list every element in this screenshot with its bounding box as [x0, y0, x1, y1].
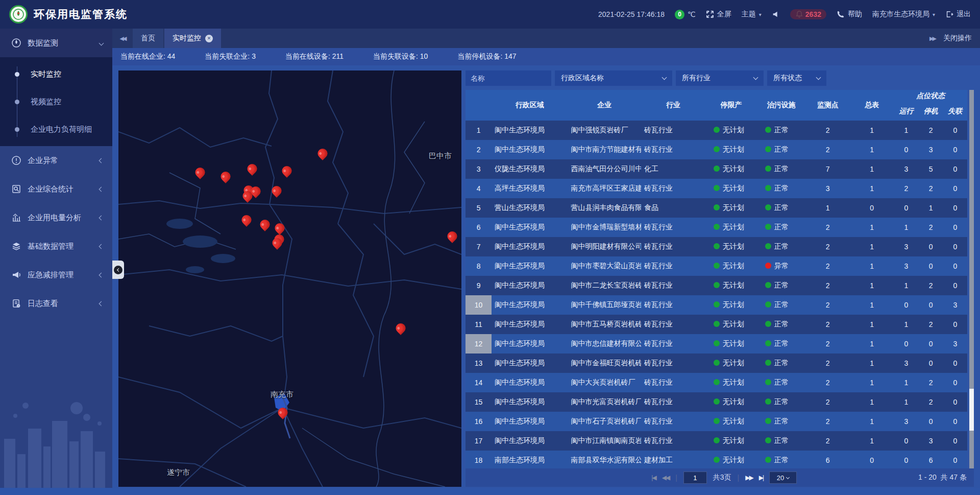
table-row[interactable]: 7阆中生态环境局阆中明阳建材有限公司砖瓦行业无计划正常21300 [465, 237, 967, 256]
cell-lost: 0 [943, 373, 967, 392]
next-page-icon[interactable]: ▶▶ [745, 474, 752, 481]
close-operations-dropdown[interactable]: 关闭操作 [943, 34, 972, 43]
app-title: 环保用电监管系统 [34, 7, 128, 21]
map-panel[interactable]: 巴中市南充市遂宁市 [118, 70, 461, 487]
status-dot [765, 204, 771, 210]
cell-index: 10 [465, 295, 492, 315]
tab-close-icon[interactable]: ✕ [205, 35, 213, 42]
tab-首页[interactable]: 首页 [133, 29, 163, 48]
tab-实时监控[interactable]: 实时监控✕ [164, 29, 221, 48]
cell-region: 阆中生态环境局 [492, 121, 568, 140]
cell-meters: 1 [850, 295, 894, 315]
logout-button[interactable]: 退出 [945, 10, 971, 19]
sidebar-item-data-monitor[interactable]: 数据监测 [0, 29, 112, 57]
table-row[interactable]: 5营山生态环境局营山县润丰肉食品有限食品无计划正常10010 [465, 198, 967, 218]
status-dot [714, 204, 720, 210]
status-dot [765, 379, 771, 385]
cell-run: 2 [894, 179, 918, 198]
prev-page-icon[interactable]: ◀◀ [662, 474, 669, 481]
status-select[interactable]: 所有状态 [767, 70, 826, 86]
cell-points: 2 [805, 276, 850, 295]
table-row[interactable]: 8阆中生态环境局阆中市枣碧大梁山页岩砖瓦行业无计划异常21300 [465, 256, 967, 276]
region-select-value: 行政区域名称 [561, 74, 604, 83]
table-row[interactable]: 17阆中生态环境局阆中市江南镇阆南页岩砖瓦行业无计划正常21030 [465, 431, 967, 451]
name-search-input[interactable] [465, 70, 551, 86]
cell-region: 阆中生态环境局 [492, 315, 568, 334]
org-dropdown[interactable]: 南充市生态环境局 ▾ [872, 10, 935, 19]
status-dot [714, 340, 720, 346]
enterprise-table: 行政区域企业行业停限产治污设施监测点总表点位状态运行停机失联 1阆中生态环境局阆… [465, 90, 967, 468]
table-row[interactable]: 2阆中生态环境局阆中市南方节能建材有砖瓦行业无计划正常21030 [465, 140, 967, 159]
first-page-icon[interactable]: |◀ [651, 474, 655, 481]
table-row[interactable]: 9阆中生态环境局阆中市二龙长宝页岩砖砖瓦行业无计划正常21120 [465, 276, 967, 295]
cell-run: 3 [894, 353, 918, 373]
table-row[interactable]: 10阆中生态环境局阆中千佛镇五郎垭页岩砖瓦行业无计划正常21003 [465, 295, 967, 315]
cell-limit-status: 无计划 [705, 218, 757, 237]
sidebar-item-enterprise-stats[interactable]: 企业综合统计 [0, 175, 112, 203]
tabs-scroll-right-icon[interactable]: ▶▶ [929, 35, 935, 42]
notification-badge[interactable]: 2632 [790, 9, 826, 19]
status-dot [765, 340, 771, 346]
cell-industry: 砖瓦行业 [641, 334, 705, 353]
cell-facility-status: 正常 [757, 315, 805, 334]
table-row[interactable]: 14阆中生态环境局阆中大兴页岩机砖厂砖瓦行业无计划正常21120 [465, 373, 967, 392]
cell-stop: 2 [919, 392, 943, 412]
chevron-down-icon: ▾ [759, 12, 762, 17]
table-row[interactable]: 13阆中生态环境局阆中市金福旺页岩机砖砖瓦行业无计划正常21300 [465, 353, 967, 373]
tab-bar: ◀◀ 首页实时监控✕ ▶▶ 关闭操作 [112, 29, 980, 48]
sidebar-item-enterprise-abnormal[interactable]: 企业异常 [0, 146, 112, 175]
chart-icon [11, 213, 21, 223]
sidebar-subitem[interactable]: 企业电力负荷明细 [0, 115, 112, 143]
last-page-icon[interactable]: ▶| [759, 474, 763, 481]
cell-facility-status: 正常 [757, 218, 805, 237]
cell-limit-status: 无计划 [705, 256, 757, 276]
brand: 环保用电监管系统 [9, 5, 128, 23]
help-button[interactable]: 帮助 [837, 10, 862, 19]
table-row[interactable]: 6阆中生态环境局阆中市金博瑞新型墙材砖瓦行业无计划正常21120 [465, 218, 967, 237]
status-dot [714, 398, 720, 405]
table-row[interactable]: 12阆中生态环境局阆中市忠信建材有限公砖瓦行业无计划正常21003 [465, 334, 967, 353]
region-select[interactable]: 行政区域名称 [555, 70, 672, 86]
table-row[interactable]: 3仪陇生态环境局西南油气田分公司川中化工无计划正常71350 [465, 159, 967, 179]
theme-dropdown[interactable]: 主题 ▾ [742, 10, 762, 19]
table-row[interactable]: 1阆中生态环境局阆中强锐页岩砖厂砖瓦行业无计划正常21120 [465, 121, 967, 140]
cell-stop: 2 [919, 315, 943, 334]
tabs-scroll-left-icon[interactable]: ◀◀ [112, 29, 133, 48]
cell-meters: 1 [850, 373, 894, 392]
cell-company: 阆中明阳建材有限公司 [568, 237, 642, 256]
sidebar-subitem-label: 视频监控 [31, 97, 61, 107]
status-item: 当前失联设备: 10 [373, 52, 428, 61]
cell-meters: 1 [850, 431, 894, 451]
cell-meters: 1 [850, 334, 894, 353]
cell-lost: 0 [943, 315, 967, 334]
table-row[interactable]: 15阆中生态环境局阆中市光富页岩机砖厂砖瓦行业无计划正常21120 [465, 392, 967, 412]
sidebar-item-power-analysis[interactable]: 企业用电量分析 [0, 203, 112, 232]
fullscreen-button[interactable]: 全屏 [706, 10, 731, 19]
cell-company: 阆中千佛镇五郎垭页岩 [568, 295, 642, 315]
cell-company: 阆中市光富页岩机砖厂 [568, 392, 642, 412]
table-row[interactable]: 18南部生态环境局南部县双华水泥有限公建材加工无计划正常60060 [465, 451, 967, 468]
page-number-input[interactable] [683, 472, 707, 484]
sidebar-item-base-data[interactable]: 基础数据管理 [0, 232, 112, 261]
table-row[interactable]: 4高坪生态环境局南充市高坪区王家店建砖瓦行业无计划正常31220 [465, 179, 967, 198]
industry-select[interactable]: 所有行业 [676, 70, 764, 86]
table-scrollbar[interactable] [969, 90, 974, 468]
page-size-select[interactable]: 20 [769, 472, 797, 484]
sidebar-subitem[interactable]: 实时监控 [0, 60, 112, 88]
sidebar-collapse-button[interactable] [112, 261, 124, 279]
sidebar-item-logs[interactable]: 日志查看 [0, 289, 112, 318]
table-row[interactable]: 11阆中生态环境局阆中市五马桥页岩机砖砖瓦行业无计划正常21120 [465, 315, 967, 334]
cell-company: 营山县润丰肉食品有限 [568, 198, 642, 218]
cell-run: 0 [894, 295, 918, 315]
speaker-button[interactable] [772, 10, 780, 18]
cell-stop: 0 [919, 237, 943, 256]
sidebar-item-emergency[interactable]: 应急减排管理 [0, 261, 112, 289]
cell-region: 仪陇生态环境局 [492, 159, 568, 179]
table-scrollbar-thumb[interactable] [969, 389, 974, 431]
table-row[interactable]: 16阆中生态环境局阆中市石子页岩机砖厂砖瓦行业无计划正常21300 [465, 412, 967, 431]
cell-points: 2 [805, 412, 850, 431]
status-dot [765, 166, 771, 172]
status-dot [714, 360, 720, 366]
sidebar-subitem[interactable]: 视频监控 [0, 88, 112, 115]
status-dot [765, 146, 771, 152]
